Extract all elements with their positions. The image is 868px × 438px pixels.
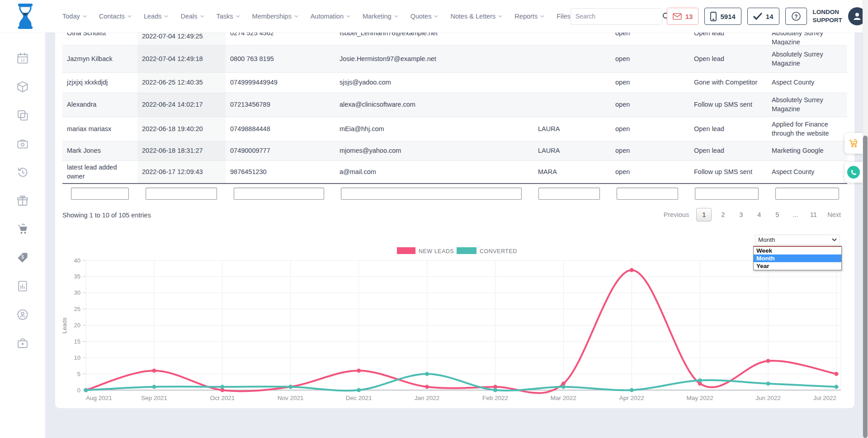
period-option-year[interactable]: Year <box>754 262 841 270</box>
help-button[interactable]: ? <box>785 8 807 25</box>
lead-status: open <box>611 123 689 136</box>
lead-name: Mark Jones <box>62 145 137 157</box>
history-icon[interactable] <box>16 165 29 179</box>
pagination-page-11[interactable]: 11 <box>807 208 820 221</box>
table-bottom-border <box>62 183 847 184</box>
table-row[interactable]: Jazmyn Kilback 2022-07-04 12:49:18 0800 … <box>62 45 847 72</box>
page-scrollbar-track[interactable] <box>863 0 868 438</box>
nav-label: Contacts <box>99 13 125 20</box>
chevron-down-icon <box>83 15 87 18</box>
filter-source-input[interactable] <box>775 188 839 200</box>
nav-leads[interactable]: Leads <box>144 13 169 20</box>
filter-email-input[interactable] <box>341 188 522 200</box>
nav-files[interactable]: Files <box>557 13 571 20</box>
lead-owner: LAURA <box>533 145 611 157</box>
lead-email: mEia@hhj.com <box>335 123 533 136</box>
table-row[interactable]: jzjxjxj xkxkdjdj 2022-06-25 12:40:35 074… <box>62 72 847 93</box>
lead-date: 2022-06-17 12:09:43 <box>137 161 226 183</box>
period-option-week[interactable]: Week <box>754 247 841 254</box>
svg-text:12: 12 <box>20 58 25 62</box>
lead-email: a@mail.com <box>335 166 533 179</box>
pagination-page-3[interactable]: 3 <box>734 208 748 221</box>
period-select[interactable]: Month <box>755 235 840 245</box>
svg-text:15: 15 <box>74 338 80 345</box>
nav-label: Quotes <box>410 13 432 20</box>
price-tag-icon[interactable]: $ <box>16 251 29 264</box>
lead-date-text: 2022-07-04 12:49:25 <box>142 33 203 41</box>
data-point <box>561 385 566 389</box>
x-tick-label: Jan 2022 <box>415 395 440 401</box>
svg-text:20: 20 <box>74 322 80 329</box>
filter-name-input[interactable] <box>71 188 129 200</box>
lead-owner: LAURA <box>533 123 611 136</box>
lead-date: 2022-06-25 12:40:35 <box>137 73 226 93</box>
nav-deals[interactable]: Deals <box>180 13 204 20</box>
table-row[interactable]: mariax mariasx 2022-06-18 19:40:20 07498… <box>62 117 847 141</box>
nav-automation[interactable]: Automation <box>311 13 350 20</box>
lead-source: Absolutely Surrey Magazine <box>767 94 847 115</box>
lead-source: Applied for Finance through the website <box>767 118 847 140</box>
briefcase-icon[interactable] <box>16 336 29 350</box>
filter-date-input[interactable] <box>146 188 217 200</box>
lead-email: Josie.Hermiston97@example.net <box>335 53 533 66</box>
lead-date: 2022-06-24 14:02:17 <box>137 93 226 117</box>
lead-owner <box>533 57 611 61</box>
data-point <box>84 388 88 392</box>
pagination-page-4[interactable]: 4 <box>752 208 766 221</box>
chevron-down-icon <box>434 15 438 18</box>
support-icon[interactable] <box>16 308 29 321</box>
table-row[interactable]: Otha Schulist 2022-07-04 12:49:25 0274 5… <box>62 33 847 45</box>
pagination-page-1[interactable]: 1 <box>696 208 712 221</box>
table-row[interactable]: Alexandra 2022-06-24 14:02:17 0721345678… <box>62 93 847 117</box>
nav-tasks[interactable]: Tasks <box>217 13 240 20</box>
lead-stage: Follow up SMS sent <box>689 99 767 111</box>
pagination-page-2[interactable]: 2 <box>716 208 730 221</box>
package-icon[interactable] <box>16 80 29 94</box>
lead-date-text: 2022-06-25 12:40:35 <box>142 78 203 87</box>
messages-badge[interactable]: 13 <box>667 8 699 25</box>
nav-marketing[interactable]: Marketing <box>363 13 398 20</box>
wallet-icon[interactable] <box>16 137 29 151</box>
filter-stage-input[interactable] <box>695 188 759 200</box>
lead-phone: 07490009777 <box>226 145 335 157</box>
nav-notes-letters[interactable]: Notes & Letters <box>450 13 502 20</box>
app-logo-hourglass-icon[interactable] <box>15 3 35 30</box>
lead-source: Aspect County <box>767 76 847 89</box>
cart-icon[interactable] <box>16 222 29 236</box>
report-icon[interactable] <box>16 279 29 293</box>
filter-status-input[interactable] <box>617 188 678 200</box>
page-scrollbar-thumb[interactable] <box>863 136 868 438</box>
pagination-previous[interactable]: Previous <box>661 208 692 221</box>
svg-text:5: 5 <box>77 371 80 377</box>
search-input[interactable] <box>571 9 662 24</box>
data-point <box>766 359 770 363</box>
copy-icon[interactable] <box>16 108 29 122</box>
nav-memberships[interactable]: Memberships <box>252 13 298 20</box>
chevron-down-icon <box>498 15 502 18</box>
legend-label-new-leads: NEW LEADS <box>419 248 454 254</box>
account-name-line2: SUPPORT <box>813 16 842 24</box>
nav-today[interactable]: Today <box>62 13 87 20</box>
nav-contacts[interactable]: Contacts <box>99 13 132 20</box>
mobile-phone-icon <box>710 12 717 21</box>
calls-badge[interactable]: 5914 <box>704 8 741 25</box>
nav-reports[interactable]: Reports <box>514 13 544 20</box>
table-row[interactable]: latest lead added owner 2022-06-17 12:09… <box>62 160 847 183</box>
lead-date-text: 2022-06-17 12:09:43 <box>142 168 203 177</box>
filter-phone-input[interactable] <box>234 188 324 200</box>
lead-source: Aspect County <box>767 166 847 179</box>
tasks-badge[interactable]: 14 <box>747 8 779 25</box>
pagination-page-5[interactable]: 5 <box>770 208 784 221</box>
filter-owner-input[interactable] <box>538 188 600 200</box>
lead-status: open <box>611 99 689 111</box>
calendar-icon[interactable]: 12 <box>16 52 29 65</box>
account-name: LONDON SUPPORT <box>813 8 842 24</box>
nav-quotes[interactable]: Quotes <box>410 13 439 20</box>
quick-call-button[interactable] <box>844 162 863 183</box>
table-row[interactable]: Mark Jones 2022-06-18 18:31:27 074900097… <box>62 141 847 160</box>
gift-icon[interactable] <box>16 194 29 207</box>
pagination-next[interactable]: Next <box>825 208 844 221</box>
period-option-month[interactable]: Month <box>754 254 841 262</box>
quick-cart-button[interactable] <box>844 133 863 154</box>
data-point <box>835 372 839 376</box>
